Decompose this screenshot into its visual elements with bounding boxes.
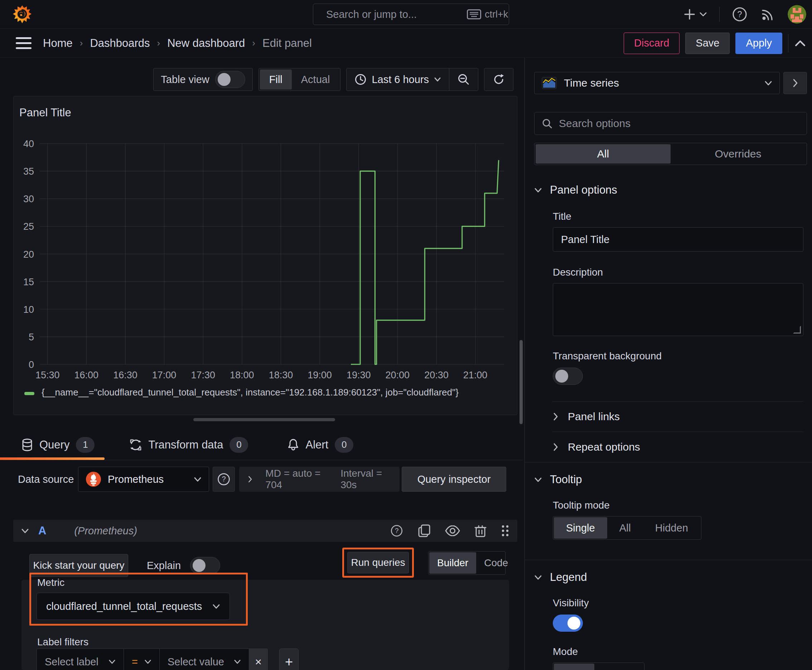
tab-alert[interactable]: Alert 0 [275,430,366,460]
datasource-picker[interactable]: Prometheus [78,467,209,492]
time-series-chart[interactable]: 15:3016:0016:3017:0017:3018:0018:3019:00… [17,139,515,386]
svg-text:25: 25 [23,221,34,232]
title-field[interactable]: Panel Title [553,227,804,252]
query-help-icon[interactable]: ? [390,524,403,538]
duplicate-query-icon[interactable] [418,524,431,538]
global-search[interactable]: ctrl+k [313,3,509,25]
select-value-dropdown[interactable]: Select value [160,648,249,670]
chevron-down-icon[interactable] [21,528,29,534]
query-options-bar[interactable]: MD = auto = 704 Interval = 30s [239,467,400,492]
datasource-help-button[interactable]: ? [213,467,235,492]
discard-button[interactable]: Discard [624,32,680,54]
tooltip-single-option[interactable]: Single [554,517,607,539]
breadcrumb-home[interactable]: Home [43,37,73,50]
actual-option[interactable]: Actual [292,69,339,90]
panel-title[interactable]: Panel Title [19,106,71,119]
tab-all-options[interactable]: All [536,144,671,164]
apply-button[interactable]: Apply [736,32,782,54]
explain-toggle[interactable] [190,557,220,574]
breadcrumb-bar: Home › Dashboards › New dashboard › Edit… [0,29,812,58]
tab-alert-count: 0 [335,437,353,453]
grafana-logo-icon[interactable] [12,4,32,24]
legend-heading[interactable]: Legend [534,571,807,584]
global-search-input[interactable] [326,8,461,20]
metric-select[interactable]: cloudflared_tunnel_total_requests [37,593,230,620]
topbar-divider [719,7,720,22]
time-range-picker[interactable]: Last 6 hours [347,68,449,91]
help-button[interactable]: ? [732,7,748,22]
options-search-input[interactable] [559,117,800,130]
drag-query-icon[interactable] [501,524,509,537]
tab-transform-data[interactable]: Transform data 0 [117,430,260,460]
hide-query-icon[interactable] [445,525,460,536]
news-button[interactable] [760,7,775,22]
code-option[interactable]: Code [476,552,516,574]
panel-links-section[interactable]: Panel links [553,401,807,431]
avatar[interactable] [788,5,806,24]
tooltip-mode-label: Tooltip mode [553,500,807,511]
chevron-right-icon [553,443,559,451]
tab-query[interactable]: Query 1 [0,430,107,460]
svg-text:40: 40 [23,139,34,149]
help-icon: ? [217,472,231,486]
collapse-options-pane-button[interactable] [783,72,807,94]
editor-tabs: Query 1 Transform data 0 Alert 0 [0,430,524,460]
save-button[interactable]: Save [685,32,730,54]
panel-options-heading[interactable]: Panel options [534,184,807,196]
menu-toggle-button[interactable] [16,37,32,49]
grafana-edit-panel-page: ctrl+k ? Home › Dashboards [0,0,812,670]
transform-icon [130,439,142,451]
svg-text:30: 30 [23,194,34,205]
svg-text:0: 0 [29,359,34,370]
legend-mode-switch: List Table [553,663,644,670]
options-search[interactable] [534,112,807,135]
select-label-placeholder: Select label [45,656,102,668]
panel-resize-handle[interactable] [193,418,335,421]
legend-series-name[interactable]: {__name__="cloudflared_tunnel_total_requ… [42,387,459,398]
add-filter-button[interactable]: + [279,648,298,670]
select-value-placeholder: Select value [168,656,227,668]
legend-visibility-toggle[interactable] [553,614,583,632]
zoom-out-button[interactable] [449,68,478,91]
query-inspector-button[interactable]: Query inspector [402,467,506,492]
description-field[interactable] [553,283,804,336]
legend-table-option[interactable]: Table [594,663,643,670]
visualization-name: Time series [564,77,757,89]
repeat-options-section[interactable]: Repeat options [553,432,807,462]
tooltip-all-option[interactable]: All [607,517,643,539]
visualization-picker[interactable]: Time series [534,72,780,94]
chart-legend[interactable]: {__name__="cloudflared_tunnel_total_requ… [24,387,459,398]
section-divider [525,560,812,560]
collapse-header-button[interactable] [794,39,806,47]
builder-option[interactable]: Builder [429,552,476,574]
query-actions-row: Kick start your query Explain Run querie… [0,548,524,578]
delete-query-icon[interactable] [475,524,487,538]
run-queries-button[interactable]: Run queries [347,552,409,574]
resize-grip-icon[interactable] [793,326,801,333]
keyboard-icon [467,9,481,19]
select-label-dropdown[interactable]: Select label [37,648,124,670]
breadcrumb-dashboards[interactable]: Dashboards [90,37,150,50]
query-ref-id: A [38,524,46,537]
main-scrollbar[interactable] [519,340,523,424]
kick-start-query-button[interactable]: Kick start your query [29,554,128,577]
time-series-viz-icon [542,77,557,89]
transparent-background-toggle[interactable] [553,367,583,385]
svg-text:19:30: 19:30 [347,370,371,381]
tooltip-heading[interactable]: Tooltip [534,473,807,486]
svg-text:17:30: 17:30 [191,370,215,381]
tooltip-hidden-option[interactable]: Hidden [643,517,700,539]
table-view-label-wrap: Table view [154,71,252,88]
breadcrumb-new-dashboard[interactable]: New dashboard [167,37,245,50]
tab-overrides[interactable]: Overrides [671,144,805,164]
operator-dropdown[interactable]: = [124,648,160,670]
query-row-header[interactable]: A (Prometheus) ? [13,520,517,542]
metric-value: cloudflared_tunnel_total_requests [46,601,205,612]
remove-filter-button[interactable]: × [249,648,268,670]
legend-list-option[interactable]: List [554,663,594,670]
fill-option[interactable]: Fill [260,69,292,90]
refresh-button[interactable] [485,68,513,91]
chevron-right-icon [792,78,798,88]
new-dashboard-button[interactable] [683,8,707,20]
table-view-toggle[interactable] [215,71,245,88]
